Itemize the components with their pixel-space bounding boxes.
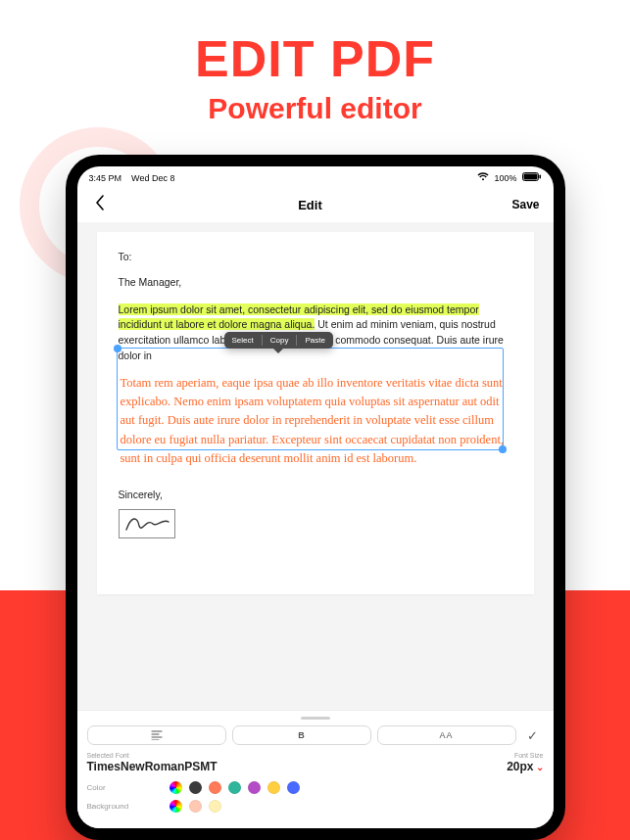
confirm-button[interactable]: ✓ bbox=[522, 728, 544, 743]
format-toolbar: B AA ✓ Selected Font Font Size TimesNewR… bbox=[77, 710, 554, 828]
status-bar: 3:45 PM Wed Dec 8 100% bbox=[77, 166, 554, 185]
headline: EDIT PDF Powerful editor bbox=[0, 29, 630, 125]
align-button[interactable] bbox=[87, 725, 226, 745]
background-color-row: Background bbox=[87, 800, 544, 813]
font-size-value: 20px bbox=[507, 760, 533, 773]
context-menu: Select Copy Paste bbox=[224, 332, 333, 349]
text-color-swatch-0[interactable] bbox=[170, 781, 182, 794]
text-color-swatch-5[interactable] bbox=[267, 781, 280, 794]
svg-rect-2 bbox=[539, 175, 541, 179]
bold-label: B bbox=[298, 730, 305, 740]
nav-title: Edit bbox=[298, 198, 322, 212]
color-label: Color bbox=[87, 783, 148, 792]
font-value-row: TimesNewRomanPSMT 20px ⌄ bbox=[87, 760, 544, 773]
font-size-selector[interactable]: 20px ⌄ bbox=[507, 760, 543, 773]
background-color-swatches bbox=[170, 800, 221, 813]
bg-color-swatch-2[interactable] bbox=[209, 800, 221, 813]
background-label: Background bbox=[87, 802, 148, 811]
status-right: 100% bbox=[477, 172, 541, 183]
chevron-down-icon: ⌄ bbox=[536, 762, 544, 772]
text-color-swatch-6[interactable] bbox=[287, 781, 300, 794]
selected-font-label: Selected Font bbox=[87, 752, 129, 759]
promo-stage: EDIT PDF Powerful editor 3:45 PM Wed Dec… bbox=[0, 0, 630, 840]
ctx-paste[interactable]: Paste bbox=[297, 335, 332, 346]
bold-button[interactable]: B bbox=[232, 725, 371, 745]
bg-color-swatch-1[interactable] bbox=[189, 800, 202, 813]
doc-manager: The Manager, bbox=[119, 275, 512, 291]
wifi-icon bbox=[477, 172, 489, 183]
nav-bar: Edit Save bbox=[77, 185, 554, 222]
caps-button[interactable]: AA bbox=[377, 725, 516, 745]
document-area[interactable]: To: The Manager, Lorem ipsum dolor sit a… bbox=[77, 222, 554, 710]
segment-row: B AA ✓ bbox=[87, 725, 544, 745]
ctx-copy[interactable]: Copy bbox=[263, 335, 298, 346]
bg-color-swatch-0[interactable] bbox=[170, 800, 182, 813]
status-battery-pct: 100% bbox=[494, 173, 516, 183]
document-page[interactable]: To: The Manager, Lorem ipsum dolor sit a… bbox=[97, 232, 534, 594]
battery-icon bbox=[522, 172, 542, 183]
promo-title: EDIT PDF bbox=[0, 29, 630, 88]
text-color-swatch-1[interactable] bbox=[189, 781, 202, 794]
back-button[interactable] bbox=[91, 195, 109, 214]
text-color-swatches bbox=[170, 781, 300, 794]
text-color-swatch-4[interactable] bbox=[248, 781, 261, 794]
font-size-label: Font Size bbox=[514, 752, 544, 759]
font-name-selector[interactable]: TimesNewRomanPSMT bbox=[87, 760, 218, 773]
status-left: 3:45 PM Wed Dec 8 bbox=[89, 173, 175, 183]
text-color-swatch-2[interactable] bbox=[209, 781, 221, 794]
tablet-screen: 3:45 PM Wed Dec 8 100% bbox=[77, 166, 554, 828]
save-button[interactable]: Save bbox=[511, 198, 539, 211]
tablet-frame: 3:45 PM Wed Dec 8 100% bbox=[66, 155, 565, 840]
doc-sincerely: Sincerely, bbox=[119, 488, 512, 503]
status-time: 3:45 PM bbox=[89, 173, 122, 183]
doc-to: To: bbox=[119, 250, 512, 265]
promo-subtitle: Powerful editor bbox=[0, 92, 630, 125]
text-color-row: Color bbox=[87, 781, 544, 794]
signature-box[interactable] bbox=[119, 509, 175, 538]
drawer-handle[interactable] bbox=[301, 717, 330, 720]
ctx-select[interactable]: Select bbox=[224, 335, 263, 346]
signature-icon bbox=[123, 512, 170, 536]
align-left-icon bbox=[151, 730, 163, 740]
font-header-row: Selected Font Font Size bbox=[87, 752, 544, 759]
text-color-swatch-3[interactable] bbox=[228, 781, 241, 794]
caps-label: AA bbox=[439, 730, 453, 740]
svg-rect-1 bbox=[523, 174, 537, 180]
doc-paragraph-2[interactable]: Totam rem aperiam, eaque ipsa quae ab il… bbox=[119, 370, 512, 473]
status-date: Wed Dec 8 bbox=[131, 173, 174, 183]
